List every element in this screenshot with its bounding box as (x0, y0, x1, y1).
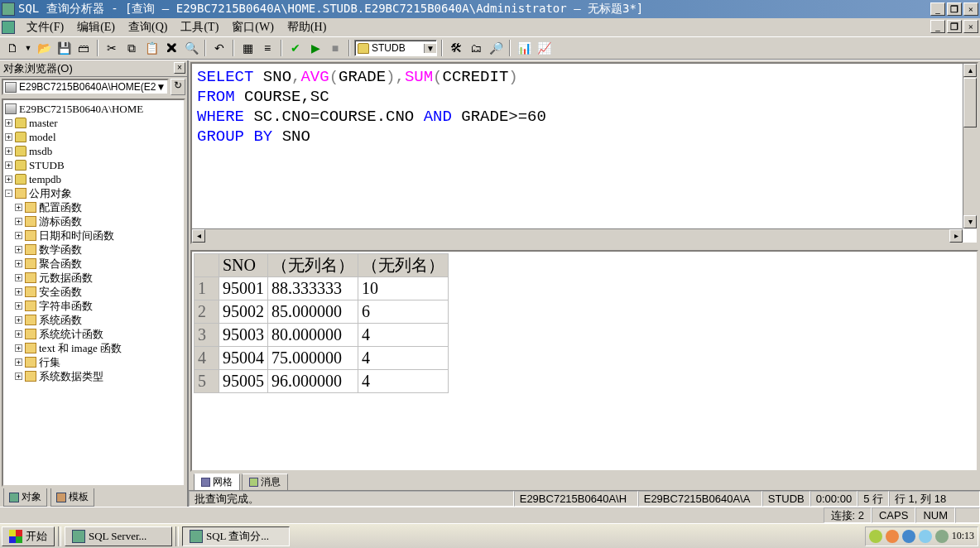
row-number[interactable]: 2 (195, 300, 219, 324)
tree-db-node[interactable]: +STUDB (5, 158, 182, 172)
messages-tab[interactable]: 消息 (242, 473, 288, 491)
tree-folder-node[interactable]: +数学函数 (5, 243, 182, 257)
tree-expand-icon[interactable]: + (15, 344, 22, 352)
tree-folder-node[interactable]: +text 和 image 函数 (5, 341, 182, 355)
tree-folder-node[interactable]: +字符串函数 (5, 299, 182, 313)
table-cell[interactable]: 88.333333 (268, 277, 358, 300)
table-cell[interactable]: 80.000000 (268, 324, 358, 347)
row-number[interactable]: 5 (195, 370, 219, 393)
tree-folder-node[interactable]: +系统函数 (5, 313, 182, 327)
tree-expand-icon[interactable]: + (15, 218, 22, 225)
save-all-icon[interactable]: 🗃 (74, 39, 93, 57)
menu-edit[interactable]: 编辑(E) (70, 18, 122, 36)
row-number[interactable]: 3 (195, 324, 219, 347)
tree-expand-icon[interactable]: + (5, 161, 12, 169)
paste-icon[interactable]: 📋 (142, 39, 161, 57)
menu-query[interactable]: 查询(Q) (122, 18, 174, 36)
tree-expand-icon[interactable]: + (15, 232, 22, 239)
tray-icon[interactable] (886, 530, 899, 543)
mdi-restore-button[interactable]: ❐ (947, 20, 962, 33)
tree-expand-icon[interactable]: + (15, 316, 22, 324)
tree-folder-node[interactable]: +配置函数 (5, 200, 182, 214)
scroll-down-icon[interactable]: ▾ (963, 215, 977, 228)
undo-icon[interactable]: ↶ (210, 39, 228, 57)
object-search-icon[interactable]: 🔎 (487, 39, 505, 57)
tree-expand-icon[interactable]: + (15, 204, 22, 211)
tree-db-node[interactable]: +master (5, 116, 182, 130)
menu-window[interactable]: 窗口(W) (225, 18, 281, 36)
tree-folder-node[interactable]: +行集 (5, 355, 182, 369)
stop-icon[interactable]: ■ (326, 39, 344, 57)
new-query-icon[interactable]: 🗋 (3, 39, 22, 57)
table-cell[interactable]: 95005 (219, 370, 268, 393)
tree-common-obj-node[interactable]: - 公用对象 (5, 186, 182, 200)
table-cell[interactable]: 75.000000 (268, 347, 358, 370)
tree-folder-node[interactable]: +系统统计函数 (5, 327, 182, 341)
server-combo[interactable]: E29BC7215B0640A\HOME(E2 ▼ (2, 79, 169, 95)
object-tree[interactable]: E29BC7215B0640A\HOME +master+model+msdb+… (2, 99, 185, 487)
table-cell[interactable]: 95001 (219, 277, 268, 300)
table-cell[interactable]: 4 (358, 370, 449, 393)
copy-icon[interactable]: ⧉ (122, 39, 141, 57)
tree-folder-node[interactable]: +系统数据类型 (5, 369, 182, 383)
tree-folder-node[interactable]: +聚合函数 (5, 257, 182, 271)
table-cell[interactable]: 10 (358, 277, 449, 300)
tray-icon[interactable] (869, 530, 882, 543)
tree-expand-icon[interactable]: + (15, 260, 22, 267)
tree-expand-icon[interactable]: + (15, 246, 22, 253)
table-cell[interactable]: 95004 (219, 347, 268, 370)
tree-expand-icon[interactable]: + (15, 373, 22, 380)
menu-help[interactable]: 帮助(H) (281, 18, 333, 36)
table-cell[interactable]: 95003 (219, 324, 268, 347)
estimated-plan-icon[interactable]: 🛠 (447, 39, 465, 57)
scroll-left-icon[interactable]: ◂ (192, 229, 205, 243)
templates-tab[interactable]: 模板 (50, 488, 94, 507)
open-icon[interactable]: 📂 (35, 39, 53, 57)
tree-db-node[interactable]: +msdb (5, 144, 182, 158)
menu-tools[interactable]: 工具(T) (174, 18, 225, 36)
taskbar-clock[interactable]: 10:13 (952, 530, 974, 542)
cut-icon[interactable]: ✂ (103, 39, 121, 57)
start-button[interactable]: 开始 (2, 526, 55, 546)
tree-expand-icon[interactable]: + (5, 133, 12, 141)
system-tray[interactable]: 10:13 (865, 526, 978, 546)
table-cell[interactable]: 96.000000 (268, 370, 358, 393)
database-combo[interactable]: STUDB ▼ (354, 40, 437, 56)
table-cell[interactable]: 95002 (219, 300, 268, 324)
table-cell[interactable]: 4 (358, 324, 449, 347)
table-row[interactable]: 39500380.0000004 (195, 324, 449, 347)
scroll-right-icon[interactable]: ▸ (949, 229, 963, 243)
tree-expand-icon[interactable]: + (5, 175, 12, 183)
execute-icon[interactable]: ▶ (306, 39, 324, 57)
find-icon[interactable]: 🔍 (182, 39, 200, 57)
table-row[interactable]: 49500475.0000004 (195, 347, 449, 370)
close-button[interactable]: × (963, 2, 978, 16)
column-header[interactable]: SNO (219, 254, 268, 277)
tray-icon[interactable] (902, 530, 915, 543)
save-icon[interactable]: 💾 (55, 39, 73, 57)
editor-vertical-scrollbar[interactable]: ▴ ▾ (963, 64, 977, 228)
tree-server-node[interactable]: E29BC7215B0640A\HOME (5, 102, 182, 116)
tree-db-node[interactable]: +model (5, 130, 182, 144)
tree-db-node[interactable]: +tempdb (5, 172, 182, 186)
show-trace-icon[interactable]: 📈 (535, 39, 553, 57)
column-header[interactable]: （无列名） (268, 254, 358, 277)
sql-editor[interactable]: SELECT SNO,AVG(GRADE),SUM(CCREDIT) FROM … (190, 62, 978, 244)
object-browser-icon[interactable]: 🗂 (467, 39, 485, 57)
minimize-button[interactable]: _ (930, 2, 945, 16)
dropdown-arrow-icon[interactable]: ▼ (156, 81, 166, 93)
results-pane[interactable]: SNO （无列名） （无列名） 19500188.333333102950028… (190, 250, 978, 472)
mdi-close-button[interactable]: × (963, 20, 978, 33)
mdi-minimize-button[interactable]: _ (930, 20, 945, 33)
taskbar-sqlserver[interactable]: SQL Server... (65, 526, 172, 546)
refresh-icon[interactable]: ↻ (171, 79, 185, 95)
tray-icon[interactable] (919, 530, 932, 543)
scroll-up-icon[interactable]: ▴ (963, 64, 977, 77)
table-cell[interactable]: 6 (358, 300, 449, 324)
tree-folder-node[interactable]: +日期和时间函数 (5, 228, 182, 243)
tree-folder-node[interactable]: +安全函数 (5, 285, 182, 299)
table-cell[interactable]: 4 (358, 347, 449, 370)
tree-expand-icon[interactable]: + (15, 358, 22, 366)
parse-icon[interactable]: ✔ (286, 39, 305, 57)
tree-collapse-icon[interactable]: - (5, 190, 12, 197)
